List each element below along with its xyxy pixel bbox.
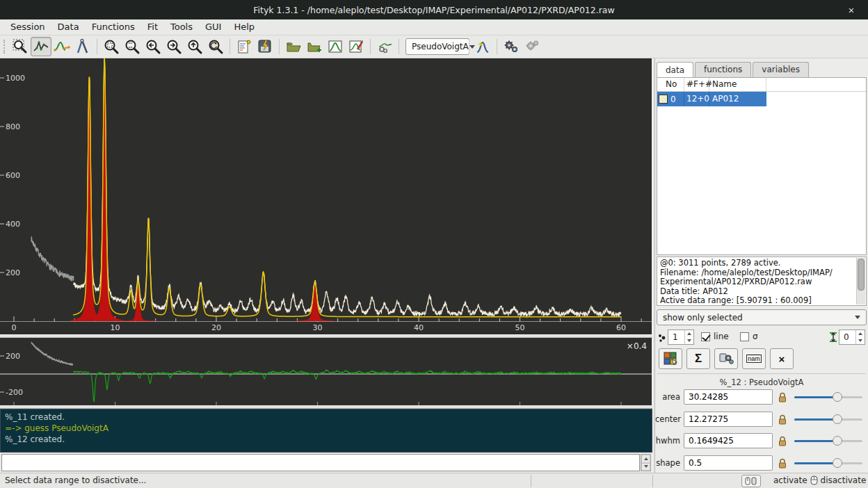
slider-thumb[interactable] (833, 436, 842, 446)
data-shift-spinner[interactable]: 0 (839, 330, 865, 345)
sigma-glyph: Σ (695, 352, 702, 366)
sigma-checkbox[interactable]: σ (740, 332, 758, 341)
point-size-spinner[interactable]: 1 (668, 330, 694, 345)
lock-icon[interactable] (778, 392, 787, 402)
rename-button[interactable]: nam (742, 348, 766, 369)
window-close-button[interactable]: × (843, 3, 860, 17)
edit-data-icon (376, 38, 393, 55)
script-editor-button[interactable] (234, 37, 255, 56)
scroll-down-icon[interactable] (641, 463, 650, 471)
svg-text:-200: -200 (6, 388, 23, 397)
command-input[interactable] (1, 454, 640, 471)
output-console: %_11 created. =-> guess PseudoVoigtA %_1… (0, 409, 652, 453)
tab-variables[interactable]: variables (753, 62, 809, 77)
shape-slider[interactable] (794, 457, 862, 469)
chevron-down-icon (855, 316, 860, 319)
svg-text:10: 10 (111, 323, 120, 332)
peak-curve-icon (54, 38, 70, 55)
zoom-vertical-button[interactable] (122, 37, 143, 56)
copy-functions-button[interactable] (714, 348, 738, 369)
mouse-mode-button[interactable] (741, 475, 761, 487)
draw-baseline-mode-button[interactable] (72, 37, 93, 56)
main-plot[interactable]: 20040060080010000102030405060 (0, 58, 652, 334)
toolbar-grip[interactable] (3, 40, 6, 54)
rename-glyph: nam (746, 355, 762, 363)
menu-data[interactable]: Data (51, 19, 86, 35)
menu-tools[interactable]: Tools (164, 19, 199, 35)
gui-config-button[interactable] (255, 37, 275, 56)
menu-gui[interactable]: GUI (199, 19, 227, 35)
load-data-button[interactable] (283, 37, 304, 56)
dataset-row[interactable]: 0 12+0 AP012 (657, 92, 766, 106)
zoom-mode-button[interactable] (10, 37, 31, 56)
param-row-center: center (655, 412, 868, 428)
auto-add-peak-button[interactable] (472, 37, 493, 56)
config-save-icon (257, 38, 273, 55)
center-input[interactable] (684, 412, 773, 427)
titlebar: Fityk 1.3.1 - /home/aleplo/test/Desktop/… (0, 0, 868, 19)
lock-icon[interactable] (778, 436, 787, 446)
point-size-value: 1 (668, 330, 684, 344)
plot-preview-icon (327, 38, 344, 55)
shape-input[interactable] (684, 455, 773, 471)
menu-functions[interactable]: Functions (86, 19, 141, 35)
tab-functions[interactable]: functions (695, 62, 751, 77)
area-slider[interactable] (794, 391, 862, 403)
sidebar-tabs: data functions variables (657, 61, 810, 77)
info-title: Data title: AP012 (660, 287, 848, 297)
open-folder-plus-icon (306, 38, 323, 55)
continue-fit-button[interactable] (522, 37, 542, 56)
svg-text:800: 800 (6, 122, 20, 131)
info-scroll-thumb[interactable] (858, 259, 865, 291)
svg-text:600: 600 (6, 171, 20, 180)
save-image-button[interactable] (346, 37, 367, 56)
lock-icon[interactable] (778, 458, 787, 469)
plot-frame-button[interactable] (325, 37, 346, 56)
svg-text:50: 50 (515, 323, 525, 332)
auxiliary-plot[interactable]: 200-200×0.4 (0, 338, 652, 405)
sum-datasets-button[interactable]: Σ (686, 348, 710, 369)
data-transform-button[interactable] (374, 37, 395, 56)
dataset-checkbox[interactable] (659, 95, 668, 104)
scroll-up-icon[interactable] (641, 455, 650, 463)
slider-thumb[interactable] (833, 458, 842, 468)
dataset-name: AP012 (709, 92, 766, 106)
input-scrollbar[interactable] (641, 454, 651, 471)
zoom-previous-button[interactable] (205, 37, 226, 56)
menu-help[interactable]: Help (227, 19, 261, 35)
mouse-buttons-icon (745, 477, 757, 485)
show-filter-select[interactable]: show only selected (657, 309, 867, 325)
slider-thumb[interactable] (833, 414, 842, 424)
zoom-right-button[interactable] (163, 37, 184, 56)
add-peak-mode-button[interactable] (51, 37, 72, 56)
delete-dataset-button[interactable]: × (770, 348, 794, 369)
run-fit-button[interactable] (501, 37, 522, 56)
data-range-mode-button[interactable] (31, 37, 51, 56)
magnifier-rect-icon (12, 38, 29, 55)
function-type-select[interactable]: PseudoVoigtA (405, 38, 469, 55)
menu-fit[interactable]: Fit (141, 19, 164, 35)
spinner-arrows[interactable] (684, 330, 693, 344)
area-input[interactable] (684, 389, 773, 405)
toolbar-separator (279, 39, 280, 54)
zoom-up-button[interactable] (184, 37, 205, 56)
mouse-icon (810, 475, 818, 485)
dataset-f-count: 12+0 (684, 92, 709, 106)
load-data-custom-button[interactable] (304, 37, 325, 56)
info-scrollbar[interactable] (856, 258, 865, 304)
tab-data[interactable]: data (657, 62, 693, 78)
slider-thumb[interactable] (833, 392, 842, 402)
color-grid-button[interactable] (659, 348, 682, 369)
menu-session[interactable]: Session (4, 19, 51, 35)
zoom-left-button[interactable] (143, 37, 163, 56)
center-slider[interactable] (794, 413, 862, 425)
zoom-all-button[interactable] (101, 37, 122, 56)
hwhm-input[interactable] (684, 433, 773, 448)
status-hint: Select data range to disactivate... (5, 475, 146, 485)
param-label: shape (655, 458, 680, 468)
lock-icon[interactable] (778, 414, 787, 425)
spinner-arrows[interactable] (855, 330, 865, 344)
hwhm-slider[interactable] (794, 434, 862, 447)
line-checkbox[interactable]: line (701, 332, 729, 341)
line-checkbox-label: line (714, 332, 729, 341)
